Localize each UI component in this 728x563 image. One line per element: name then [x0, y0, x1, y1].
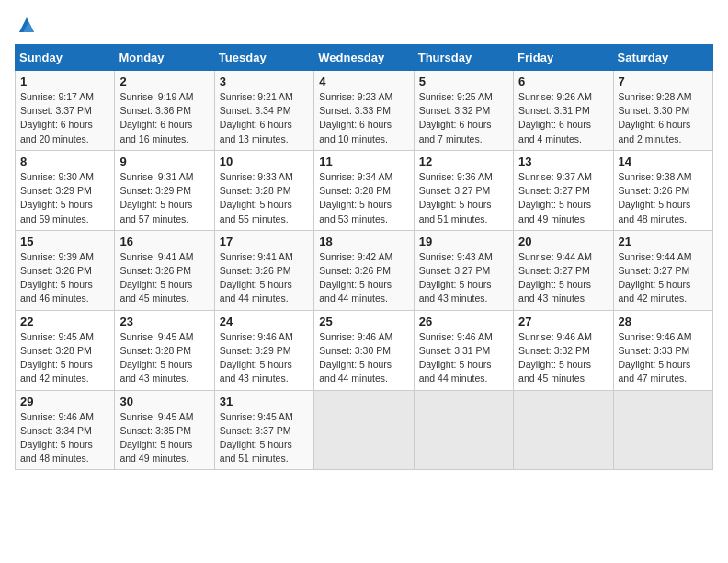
calendar-cell: 11Sunrise: 9:34 AMSunset: 3:28 PMDayligh… — [314, 150, 414, 230]
calendar-cell: 3Sunrise: 9:21 AMSunset: 3:34 PMDaylight… — [214, 71, 313, 151]
cell-detail: Sunrise: 9:26 AMSunset: 3:31 PMDaylight:… — [518, 91, 592, 144]
day-number: 3 — [220, 75, 309, 88]
day-number: 12 — [419, 155, 508, 168]
cell-detail: Sunrise: 9:45 AMSunset: 3:37 PMDaylight:… — [220, 411, 293, 465]
calendar-cell: 16Sunrise: 9:41 AMSunset: 3:26 PMDayligh… — [115, 230, 214, 310]
calendar-cell: 18Sunrise: 9:42 AMSunset: 3:26 PMDayligh… — [314, 230, 414, 310]
calendar-header: SundayMondayTuesdayWednesdayThursdayFrid… — [16, 45, 713, 71]
cell-detail: Sunrise: 9:37 AMSunset: 3:27 PMDaylight:… — [518, 171, 592, 224]
calendar-table: SundayMondayTuesdayWednesdayThursdayFrid… — [15, 44, 713, 470]
day-number: 14 — [619, 155, 708, 168]
calendar-week-row: 22Sunrise: 9:45 AMSunset: 3:28 PMDayligh… — [16, 310, 713, 390]
calendar-cell: 2Sunrise: 9:19 AMSunset: 3:36 PMDaylight… — [115, 71, 214, 151]
cell-detail: Sunrise: 9:46 AMSunset: 3:29 PMDaylight:… — [220, 331, 293, 385]
day-number: 30 — [119, 395, 209, 408]
cell-detail: Sunrise: 9:36 AMSunset: 3:27 PMDaylight:… — [419, 171, 493, 224]
cell-detail: Sunrise: 9:41 AMSunset: 3:26 PMDaylight:… — [220, 251, 293, 304]
day-number: 23 — [119, 315, 209, 328]
header — [15, 15, 713, 35]
day-number: 6 — [518, 75, 608, 88]
calendar-cell: 28Sunrise: 9:46 AMSunset: 3:33 PMDayligh… — [613, 310, 712, 390]
calendar-week-row: 29Sunrise: 9:46 AMSunset: 3:34 PMDayligh… — [16, 390, 713, 470]
day-number: 2 — [119, 75, 209, 88]
cell-detail: Sunrise: 9:17 AMSunset: 3:37 PMDaylight:… — [20, 91, 94, 144]
cell-detail: Sunrise: 9:23 AMSunset: 3:33 PMDaylight:… — [319, 91, 392, 144]
calendar-cell: 25Sunrise: 9:46 AMSunset: 3:30 PMDayligh… — [314, 310, 414, 390]
calendar-cell: 7Sunrise: 9:28 AMSunset: 3:30 PMDaylight… — [613, 71, 712, 151]
day-number: 29 — [20, 395, 109, 408]
calendar-cell: 30Sunrise: 9:45 AMSunset: 3:35 PMDayligh… — [115, 390, 214, 470]
cell-detail: Sunrise: 9:41 AMSunset: 3:26 PMDaylight:… — [119, 251, 193, 304]
logo-icon — [17, 15, 37, 35]
calendar-cell: 19Sunrise: 9:43 AMSunset: 3:27 PMDayligh… — [414, 230, 513, 310]
day-number: 10 — [220, 155, 309, 168]
calendar-cell: 12Sunrise: 9:36 AMSunset: 3:27 PMDayligh… — [414, 150, 513, 230]
calendar-cell: 5Sunrise: 9:25 AMSunset: 3:32 PMDaylight… — [414, 71, 513, 151]
calendar-cell — [414, 390, 513, 470]
cell-detail: Sunrise: 9:38 AMSunset: 3:26 PMDaylight:… — [619, 171, 692, 224]
calendar-cell: 4Sunrise: 9:23 AMSunset: 3:33 PMDaylight… — [314, 71, 414, 151]
cell-detail: Sunrise: 9:39 AMSunset: 3:26 PMDaylight:… — [20, 251, 94, 304]
calendar-week-row: 15Sunrise: 9:39 AMSunset: 3:26 PMDayligh… — [16, 230, 713, 310]
calendar-cell: 29Sunrise: 9:46 AMSunset: 3:34 PMDayligh… — [16, 390, 115, 470]
calendar-cell: 8Sunrise: 9:30 AMSunset: 3:29 PMDaylight… — [16, 150, 115, 230]
cell-detail: Sunrise: 9:46 AMSunset: 3:30 PMDaylight:… — [319, 331, 392, 385]
day-number: 17 — [220, 235, 309, 248]
calendar-cell: 23Sunrise: 9:45 AMSunset: 3:28 PMDayligh… — [115, 310, 214, 390]
calendar-cell: 6Sunrise: 9:26 AMSunset: 3:31 PMDaylight… — [514, 71, 613, 151]
day-number: 28 — [619, 315, 708, 328]
cell-detail: Sunrise: 9:28 AMSunset: 3:30 PMDaylight:… — [619, 91, 692, 144]
day-number: 25 — [319, 315, 408, 328]
cell-detail: Sunrise: 9:21 AMSunset: 3:34 PMDaylight:… — [220, 91, 293, 144]
calendar-week-row: 1Sunrise: 9:17 AMSunset: 3:37 PMDaylight… — [16, 71, 713, 151]
day-number: 18 — [319, 235, 408, 248]
cell-detail: Sunrise: 9:31 AMSunset: 3:29 PMDaylight:… — [119, 171, 193, 224]
calendar-cell: 22Sunrise: 9:45 AMSunset: 3:28 PMDayligh… — [16, 310, 115, 390]
day-number: 22 — [20, 315, 109, 328]
weekday-row: SundayMondayTuesdayWednesdayThursdayFrid… — [16, 45, 713, 71]
weekday-header-thursday: Thursday — [414, 45, 513, 71]
day-number: 11 — [319, 155, 408, 168]
cell-detail: Sunrise: 9:42 AMSunset: 3:26 PMDaylight:… — [319, 251, 392, 304]
day-number: 21 — [619, 235, 708, 248]
cell-detail: Sunrise: 9:30 AMSunset: 3:29 PMDaylight:… — [20, 171, 94, 224]
cell-detail: Sunrise: 9:44 AMSunset: 3:27 PMDaylight:… — [619, 251, 692, 304]
calendar-cell: 24Sunrise: 9:46 AMSunset: 3:29 PMDayligh… — [214, 310, 313, 390]
calendar-cell: 31Sunrise: 9:45 AMSunset: 3:37 PMDayligh… — [214, 390, 313, 470]
cell-detail: Sunrise: 9:33 AMSunset: 3:28 PMDaylight:… — [220, 171, 293, 224]
calendar-cell: 15Sunrise: 9:39 AMSunset: 3:26 PMDayligh… — [16, 230, 115, 310]
cell-detail: Sunrise: 9:45 AMSunset: 3:28 PMDaylight:… — [119, 331, 193, 385]
calendar-cell: 26Sunrise: 9:46 AMSunset: 3:31 PMDayligh… — [414, 310, 513, 390]
day-number: 13 — [518, 155, 608, 168]
day-number: 15 — [20, 235, 109, 248]
calendar-cell: 14Sunrise: 9:38 AMSunset: 3:26 PMDayligh… — [613, 150, 712, 230]
calendar-cell: 27Sunrise: 9:46 AMSunset: 3:32 PMDayligh… — [514, 310, 613, 390]
weekday-header-tuesday: Tuesday — [214, 45, 313, 71]
weekday-header-wednesday: Wednesday — [314, 45, 414, 71]
day-number: 9 — [119, 155, 209, 168]
cell-detail: Sunrise: 9:19 AMSunset: 3:36 PMDaylight:… — [119, 91, 193, 144]
calendar-cell: 1Sunrise: 9:17 AMSunset: 3:37 PMDaylight… — [16, 71, 115, 151]
calendar-body: 1Sunrise: 9:17 AMSunset: 3:37 PMDaylight… — [16, 71, 713, 470]
day-number: 16 — [119, 235, 209, 248]
day-number: 8 — [20, 155, 109, 168]
weekday-header-saturday: Saturday — [613, 45, 712, 71]
cell-detail: Sunrise: 9:34 AMSunset: 3:28 PMDaylight:… — [319, 171, 392, 224]
calendar-cell: 17Sunrise: 9:41 AMSunset: 3:26 PMDayligh… — [214, 230, 313, 310]
calendar-cell: 9Sunrise: 9:31 AMSunset: 3:29 PMDaylight… — [115, 150, 214, 230]
day-number: 31 — [220, 395, 309, 408]
calendar-cell — [613, 390, 712, 470]
cell-detail: Sunrise: 9:25 AMSunset: 3:32 PMDaylight:… — [419, 91, 493, 144]
cell-detail: Sunrise: 9:45 AMSunset: 3:28 PMDaylight:… — [20, 331, 94, 385]
calendar-cell — [514, 390, 613, 470]
calendar-cell: 13Sunrise: 9:37 AMSunset: 3:27 PMDayligh… — [514, 150, 613, 230]
calendar-cell: 20Sunrise: 9:44 AMSunset: 3:27 PMDayligh… — [514, 230, 613, 310]
day-number: 26 — [419, 315, 508, 328]
cell-detail: Sunrise: 9:45 AMSunset: 3:35 PMDaylight:… — [119, 411, 193, 465]
calendar-cell — [314, 390, 414, 470]
cell-detail: Sunrise: 9:46 AMSunset: 3:31 PMDaylight:… — [419, 331, 493, 385]
day-number: 24 — [220, 315, 309, 328]
logo — [15, 15, 37, 35]
calendar-cell: 21Sunrise: 9:44 AMSunset: 3:27 PMDayligh… — [613, 230, 712, 310]
day-number: 4 — [319, 75, 408, 88]
